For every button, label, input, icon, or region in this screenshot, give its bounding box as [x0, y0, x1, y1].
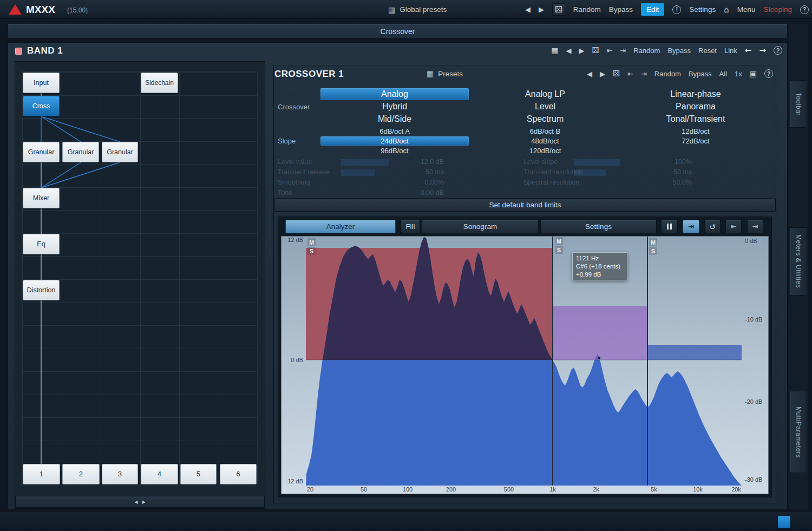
output-3[interactable]: 3: [102, 464, 138, 484]
band1-mute-button[interactable]: M: [307, 238, 316, 246]
scroll-right-icon[interactable]: ▸: [142, 498, 146, 506]
param-label[interactable]: Transient resolution: [523, 168, 582, 176]
random-button[interactable]: Random: [573, 5, 601, 14]
band3-solo-button[interactable]: S: [649, 247, 657, 255]
reset-analysis-button[interactable]: ↺: [704, 220, 721, 233]
param-label[interactable]: Tone: [278, 189, 292, 196]
node-granular-3[interactable]: Granular: [102, 142, 138, 162]
alert-icon[interactable]: !: [672, 5, 681, 14]
crossover-multiplier-button[interactable]: 1x: [735, 70, 742, 78]
band1-solo-button[interactable]: S: [307, 247, 316, 255]
crossover-bypass-button[interactable]: Bypass: [689, 70, 712, 78]
crossover-option-hybrid[interactable]: Hybrid: [320, 101, 469, 113]
crossover-all-button[interactable]: All: [719, 70, 727, 78]
band-color-swatch[interactable]: [15, 48, 22, 55]
slope-option-6b[interactable]: 6dB/oct B: [471, 127, 619, 136]
tab-fill[interactable]: Fill: [401, 220, 420, 233]
copy-icon[interactable]: ⇤: [627, 70, 633, 78]
crossover-option-analog[interactable]: Analog: [320, 88, 469, 100]
spectrum-plot[interactable]: [306, 237, 742, 486]
band3-mute-button[interactable]: M: [649, 238, 657, 246]
next-icon[interactable]: ▶: [539, 5, 544, 14]
band-link-button[interactable]: Link: [724, 47, 737, 55]
popout-icon[interactable]: ▣: [750, 69, 757, 78]
node-mixer[interactable]: Mixer: [23, 188, 60, 208]
tab-analyzer[interactable]: Analyzer: [285, 220, 396, 233]
edit-button[interactable]: Edit: [641, 3, 664, 16]
slope-option-120[interactable]: 120dB/oct: [471, 146, 619, 155]
rail-tab-meters-utilities[interactable]: Meters & Utilities: [790, 227, 807, 296]
node-distortion[interactable]: Distortion: [23, 280, 60, 300]
slope-option-24[interactable]: 24dB/oct: [320, 136, 469, 146]
next-icon[interactable]: ▶: [579, 47, 584, 55]
param-label[interactable]: Spectral resolution: [523, 179, 580, 186]
slope-option-72[interactable]: 72dB/oct: [621, 136, 770, 146]
bypass-button[interactable]: Bypass: [609, 5, 633, 14]
output-4[interactable]: 4: [141, 464, 178, 484]
scroll-left-icon[interactable]: ◂: [134, 498, 137, 506]
band-reset-button[interactable]: Reset: [698, 47, 717, 55]
param-label[interactable]: Level value: [278, 158, 312, 166]
slope-option-48[interactable]: 48dB/oct: [471, 136, 619, 146]
tab-sonogram[interactable]: Sonogram: [422, 220, 539, 233]
prev-icon[interactable]: ◀: [587, 70, 592, 78]
crossover-option-spectrum[interactable]: Spectrum: [471, 113, 619, 125]
crossover-option-tonal-transient[interactable]: Tonal/Transient: [621, 113, 770, 125]
transient-release-slider[interactable]: [341, 169, 375, 176]
melda-logo-icon[interactable]: [9, 4, 22, 15]
output-2[interactable]: 2: [62, 464, 100, 484]
node-sidechain[interactable]: Sidechain: [141, 73, 178, 93]
band3-region[interactable]: [647, 345, 742, 360]
output-5[interactable]: 5: [180, 464, 217, 484]
param-label[interactable]: Smoothing: [278, 179, 310, 186]
slope-option-96[interactable]: 96dB/oct: [320, 146, 469, 155]
help-icon[interactable]: ?: [774, 46, 782, 55]
randomize-dice-icon[interactable]: ⚄: [613, 69, 620, 78]
back-arrow-icon[interactable]: ←: [745, 45, 752, 55]
crossover-option-linear-phase[interactable]: Linear-phase: [621, 88, 770, 100]
output-1[interactable]: 1: [23, 464, 60, 484]
analyzer-copy-button[interactable]: ⇤: [725, 220, 742, 233]
copy-icon[interactable]: ⇤: [606, 47, 612, 55]
pause-button[interactable]: [661, 220, 678, 233]
output-6[interactable]: 6: [220, 464, 257, 484]
node-eq[interactable]: Eq: [23, 234, 60, 254]
randomize-dice-icon[interactable]: ⚄: [592, 45, 599, 55]
prev-icon[interactable]: ◀: [566, 47, 571, 55]
node-input[interactable]: Input: [23, 73, 60, 93]
node-cross-selected[interactable]: Cross: [23, 96, 60, 116]
paste-icon[interactable]: ⇥: [641, 70, 647, 78]
tab-settings[interactable]: Settings: [540, 220, 657, 233]
crossover-module-strip[interactable]: Crossover: [8, 24, 788, 38]
slope-option-6a[interactable]: 6dB/oct A: [320, 127, 469, 136]
grid-icon[interactable]: ▦: [551, 46, 558, 55]
set-default-band-limits-button[interactable]: Set default band limits: [274, 198, 776, 212]
next-icon[interactable]: ▶: [600, 70, 605, 78]
crossover-option-midside[interactable]: Mid/Side: [320, 113, 469, 125]
param-label[interactable]: Level slope: [523, 158, 558, 166]
node-granular-2[interactable]: Granular: [62, 142, 99, 162]
crossover-option-analog-lp[interactable]: Analog LP: [471, 88, 619, 100]
paste-icon[interactable]: ⇥: [620, 47, 626, 55]
help-icon[interactable]: ?: [800, 5, 809, 14]
analyzer-paste-button[interactable]: ⇥: [747, 220, 763, 233]
crossover-random-button[interactable]: Random: [654, 70, 681, 78]
band2-solo-button[interactable]: S: [555, 246, 563, 254]
crossover-option-panorama[interactable]: Panorama: [621, 101, 770, 113]
sleeping-indicator[interactable]: Sleeping: [763, 5, 792, 14]
level-slope-slider[interactable]: [574, 159, 620, 166]
corner-accent-button[interactable]: [778, 516, 790, 528]
node-granular-1[interactable]: Granular: [23, 142, 60, 162]
crossover-option-level[interactable]: Level: [471, 101, 619, 113]
global-presets-button[interactable]: ▦ Global presets: [388, 0, 447, 19]
rail-tab-multiparameters[interactable]: MultiParameters: [790, 391, 807, 473]
band-random-button[interactable]: Random: [633, 47, 660, 55]
slope-option-12[interactable]: 12dB/oct: [621, 127, 770, 136]
help-icon[interactable]: ?: [764, 69, 773, 78]
presets-button[interactable]: ▦ Presets: [427, 66, 463, 81]
rail-tab-toolbar[interactable]: Toolbar: [790, 80, 807, 128]
home-icon[interactable]: ⌂: [724, 5, 729, 15]
forward-arrow-icon[interactable]: →: [759, 45, 766, 55]
band2-mute-button[interactable]: M: [555, 237, 563, 245]
randomize-dice-icon[interactable]: ⚄: [552, 3, 565, 16]
